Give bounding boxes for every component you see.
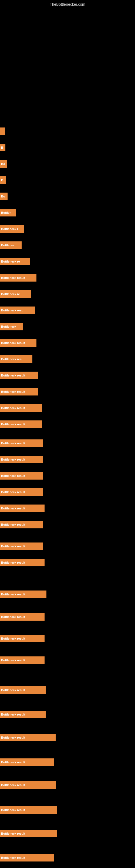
bottleneck-bar-36: Bottleneck result: [0, 781, 56, 789]
bar-label-9: Bottleneck re: [1, 260, 20, 263]
bottleneck-bar-6: Bottlen: [0, 209, 16, 216]
bar-label-23: Bottleneck result: [1, 490, 25, 494]
bottleneck-bar-23: Bottleneck result: [0, 488, 43, 496]
bottleneck-bar-2: B: [0, 144, 5, 151]
bar-label-26: Bottleneck result: [1, 545, 25, 548]
bottleneck-bar-28: Bottleneck result: [0, 590, 46, 598]
bar-label-12: Bottleneck resu: [1, 309, 24, 312]
bottleneck-bar-37: Bottleneck result: [0, 806, 57, 814]
bottleneck-bar-34: Bottleneck result: [0, 734, 56, 741]
bar-label-15: Bottleneck res: [1, 358, 21, 361]
bottleneck-bar-18: Bottleneck result: [0, 404, 42, 412]
bar-label-7: Bottleneck r: [1, 227, 18, 230]
bar-label-18: Bottleneck result: [1, 406, 25, 410]
bottleneck-bar-39: Bottleneck result: [0, 854, 54, 862]
bar-label-32: Bottleneck result: [1, 688, 25, 692]
site-title: TheBottlenecker.com: [0, 0, 135, 8]
bottleneck-bar-21: Bottleneck result: [0, 456, 43, 463]
bottleneck-bar-10: Bottleneck result: [0, 274, 37, 282]
bar-label-11: Bottleneck re: [1, 292, 20, 296]
bar-label-3: Bo: [1, 162, 5, 165]
bottleneck-bar-16: Bottleneck result: [0, 372, 38, 379]
bar-label-19: Bottleneck result: [1, 423, 25, 426]
bottleneck-bar-13: Bottleneck: [0, 323, 23, 330]
bottleneck-bar-5: Bo: [0, 193, 8, 200]
bar-label-28: Bottleneck result: [1, 593, 25, 596]
bottleneck-bar-30: Bottleneck result: [0, 635, 45, 642]
bar-label-25: Bottleneck result: [1, 523, 25, 526]
bottleneck-bar-3: Bo: [0, 160, 7, 167]
bottleneck-bar-32: Bottleneck result: [0, 686, 46, 694]
bottleneck-bar-12: Bottleneck resu: [0, 307, 35, 314]
bar-label-20: Bottleneck result: [1, 442, 25, 445]
bottleneck-bar-22: Bottleneck result: [0, 472, 43, 479]
bottleneck-bar-15: Bottleneck res: [0, 355, 32, 363]
bottleneck-bar-9: Bottleneck re: [0, 258, 30, 265]
bar-label-35: Bottleneck result: [1, 761, 25, 764]
bottleneck-bar-20: Bottleneck result: [0, 439, 43, 447]
bar-label-14: Bottleneck result: [1, 341, 25, 344]
bar-label-30: Bottleneck result: [1, 637, 25, 640]
bar-label-10: Bottleneck result: [1, 276, 25, 279]
bar-label-16: Bottleneck result: [1, 374, 25, 377]
bar-label-29: Bottleneck result: [1, 615, 25, 618]
bottleneck-bar-19: Bottleneck result: [0, 421, 42, 428]
bottleneck-bar-25: Bottleneck result: [0, 521, 43, 528]
bottleneck-bar-1: [0, 127, 5, 135]
bottleneck-bar-29: Bottleneck result: [0, 613, 45, 621]
bar-label-4: B: [1, 179, 3, 182]
bottleneck-bar-33: Bottleneck result: [0, 711, 46, 718]
bottleneck-bar-7: Bottleneck r: [0, 225, 24, 233]
bar-label-2: B: [1, 146, 3, 149]
bottleneck-bar-24: Bottleneck result: [0, 504, 45, 512]
bar-label-31: Bottleneck result: [1, 659, 25, 662]
bar-label-24: Bottleneck result: [1, 507, 25, 510]
bottleneck-bar-26: Bottleneck result: [0, 542, 43, 550]
bottleneck-bar-35: Bottleneck result: [0, 758, 54, 766]
bottleneck-bar-27: Bottleneck result: [0, 559, 45, 566]
bottleneck-bar-14: Bottleneck result: [0, 339, 37, 347]
bottleneck-bar-38: Bottleneck result: [0, 830, 57, 837]
bar-label-39: Bottleneck result: [1, 856, 25, 859]
bar-label-8: Bottlenec: [1, 244, 14, 247]
bar-label-38: Bottleneck result: [1, 832, 25, 835]
bar-label-27: Bottleneck result: [1, 561, 25, 564]
bottleneck-bar-31: Bottleneck result: [0, 656, 45, 664]
bottleneck-bar-11: Bottleneck re: [0, 290, 31, 298]
bottleneck-bar-4: B: [0, 176, 6, 184]
bar-label-21: Bottleneck result: [1, 458, 25, 461]
bottleneck-bar-8: Bottlenec: [0, 241, 21, 249]
bottleneck-bar-17: Bottleneck result: [0, 388, 38, 396]
bar-label-13: Bottleneck: [1, 325, 16, 328]
bar-label-33: Bottleneck result: [1, 713, 25, 716]
bar-label-37: Bottleneck result: [1, 808, 25, 812]
bar-label-34: Bottleneck result: [1, 736, 25, 739]
bar-label-5: Bo: [1, 195, 5, 198]
bar-label-17: Bottleneck result: [1, 390, 25, 393]
bar-label-22: Bottleneck result: [1, 474, 25, 477]
bar-label-6: Bottlen: [1, 211, 11, 214]
bar-label-36: Bottleneck result: [1, 783, 25, 786]
